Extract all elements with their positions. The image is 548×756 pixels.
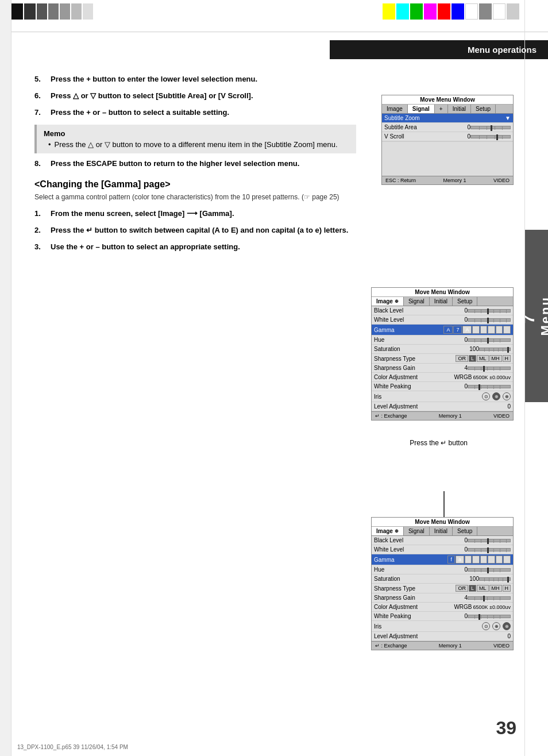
gamma-row-3: Gamma f a	[372, 554, 513, 565]
memo-title: Memo	[44, 129, 349, 138]
side-tab: 7 Menu	[525, 230, 548, 402]
menu-3-footer-right: Memory 1	[439, 643, 462, 649]
white-level-row: White Level 0	[372, 315, 513, 325]
hue-row-3: Hue 0	[372, 565, 513, 574]
saturation-row-3: Saturation 100	[372, 574, 513, 584]
section2-heading-wrapper: <Changing the [Gamma] page> Select a gam…	[34, 179, 356, 201]
main-content: 5. Press the + button to enter the lower…	[34, 75, 356, 259]
sharpness-type-row-3: Sharpness Type OR L ML MH H	[372, 584, 513, 593]
sharpness-gain-row-3: Sharpness Gain 4	[372, 593, 513, 603]
color-strip-top	[383, 0, 519, 23]
menu-window-3-title: Move Menu Window	[372, 518, 513, 527]
s2-step-1: 1. From the menu screen, select [Image] …	[34, 209, 356, 218]
stype-buttons-3: OR L ML MH H	[456, 585, 511, 592]
menu-window-1-footer: ESC : Return Memory 1 VIDEO	[382, 176, 513, 184]
subtitle-area-slider	[470, 126, 511, 129]
level-adj-row-3: Level Adjustment 0	[372, 632, 513, 641]
top-calibration	[6, 0, 93, 23]
section2-heading: <Changing the [Gamma] page>	[34, 179, 356, 190]
memo-box: Memo • Press the △ or ▽ button to move t…	[34, 125, 356, 153]
menu-window-2-tabs: Image ⊕ Signal Initial Setup	[372, 297, 513, 306]
tab-initial: Initial	[448, 105, 471, 113]
tab-plus: +	[435, 105, 448, 113]
menu-footer-source: VIDEO	[493, 178, 510, 183]
menu-footer-left: ESC : Return	[385, 178, 416, 183]
hue-row: Hue 0	[372, 335, 513, 345]
s2-step-2-num: 2.	[34, 226, 46, 234]
menu-2-footer-left: ↵ : Exchange	[375, 413, 407, 419]
s2-step-1-num: 1.	[34, 209, 46, 218]
step-5-num: 5.	[34, 75, 46, 83]
s2-step-3: 3. Use the + or – button to select an ap…	[34, 242, 356, 251]
menu-3-footer-source: VIDEO	[493, 643, 510, 649]
tab-signal: Signal	[408, 105, 435, 113]
step-5: 5. Press the + button to enter the lower…	[34, 75, 356, 83]
left-margin	[0, 0, 11, 756]
s2-step-2: 2. Press the ↵ button to switch between …	[34, 226, 356, 234]
menu-3-footer-left: ↵ : Exchange	[375, 643, 407, 649]
step-8: 8. Press the ESCAPE button to return to …	[34, 159, 356, 168]
menu-2-footer-right: Memory 1	[439, 413, 462, 419]
color-adj-row: Color Adjustment WRGB 6500K ±0.000uv	[372, 373, 513, 382]
section2-intro: Select a gamma control pattern (color to…	[34, 193, 356, 201]
step-8-num: 8.	[34, 159, 46, 168]
s2-step-1-text: From the menu screen, select [Image] ⟶ […	[51, 209, 356, 218]
step-5-text: Press the + button to enter the lower le…	[51, 75, 356, 83]
step-6-text: Press △ or ▽ button to select [Subtitle …	[51, 91, 356, 100]
step-7: 7. Press the + or – button to select a s…	[34, 108, 356, 117]
tab-setup: Setup	[471, 105, 496, 113]
menu-window-2-footer: ↵ : Exchange Memory 1 VIDEO	[372, 411, 513, 420]
vscroll-slider	[470, 135, 511, 138]
footer-text: 13_DPX-1100_E.p65 39 11/26/04, 1:54 PM	[17, 744, 128, 750]
saturation-row: Saturation 100	[372, 345, 513, 354]
menu-window-1-tabs: Image Signal + Initial Setup	[382, 105, 513, 114]
menu-window-2-title: Move Menu Window	[372, 288, 513, 297]
iris-icons-3: ⊙ ⊕ ⊕	[482, 622, 511, 630]
tab-signal-2: Signal	[404, 297, 430, 306]
black-level-row-3: Black Level 0	[372, 536, 513, 545]
color-adj-row-3: Color Adjustment WRGB 6500K ±0.000uv	[372, 603, 513, 612]
tab-initial-3: Initial	[430, 527, 453, 535]
subtitle-area-row: Subtitle Area 0	[382, 123, 513, 132]
white-peaking-row-3: White Peaking 0	[372, 612, 513, 621]
press-button-label: Press the ↵ button	[410, 439, 468, 447]
header-bar: Menu operations	[330, 40, 548, 59]
step-7-num: 7.	[34, 108, 46, 117]
subtitle-zoom-row: Subtitle Zoom ▼	[382, 114, 513, 123]
arrow-line	[443, 491, 445, 520]
tab-image-3: Image ⊕	[372, 527, 404, 535]
gamma-highlight-3: f a	[447, 556, 511, 564]
s2-step-3-text: Use the + or – button to select an appro…	[51, 242, 356, 251]
gamma-row: Gamma A 7 A	[372, 325, 513, 335]
menu-footer-right: Memory 1	[443, 178, 466, 183]
memo-text: Press the △ or ▽ button to move to a dif…	[55, 140, 338, 149]
iris-row-3: Iris ⊙ ⊕ ⊕	[372, 621, 513, 632]
step-6: 6. Press △ or ▽ button to select [Subtit…	[34, 91, 356, 100]
tab-initial-2: Initial	[430, 297, 453, 306]
page-number: 39	[496, 718, 516, 739]
menu-window-2: Move Menu Window Image ⊕ Signal Initial …	[371, 287, 514, 421]
gamma-highlight: A 7 A	[443, 326, 511, 334]
vscroll-row: V Scroll 0	[382, 132, 513, 141]
tab-setup-2: Setup	[453, 297, 477, 306]
white-level-row-3: White Level 0	[372, 545, 513, 554]
sharpness-gain-row: Sharpness Gain 4	[372, 364, 513, 373]
menu-window-3-tabs: Image ⊕ Signal Initial Setup	[372, 527, 513, 536]
menu-window-3-footer: ↵ : Exchange Memory 1 VIDEO	[372, 641, 513, 650]
iris-row: Iris ⊙ ⊕ ⊕	[372, 391, 513, 402]
sharpness-type-row: Sharpness Type OR L ML MH H	[372, 354, 513, 364]
tab-signal-3: Signal	[404, 527, 430, 535]
menu-window-3: Move Menu Window Image ⊕ Signal Initial …	[371, 517, 514, 650]
top-border	[0, 32, 548, 32]
step-7-text: Press the + or – button to select a suit…	[51, 108, 356, 117]
tab-image-2: Image ⊕	[372, 297, 404, 306]
white-peaking-row: White Peaking 0	[372, 382, 513, 391]
black-level-row: Black Level 0	[372, 306, 513, 315]
step-6-num: 6.	[34, 91, 46, 100]
header-title: Menu operations	[468, 45, 537, 55]
s2-step-3-num: 3.	[34, 242, 46, 251]
tab-image: Image	[382, 105, 408, 113]
press-button-text: Press the ↵ button	[410, 439, 468, 447]
menu-2-footer-source: VIDEO	[493, 413, 510, 419]
step-8-text: Press the ESCAPE button to return to the…	[51, 159, 356, 168]
